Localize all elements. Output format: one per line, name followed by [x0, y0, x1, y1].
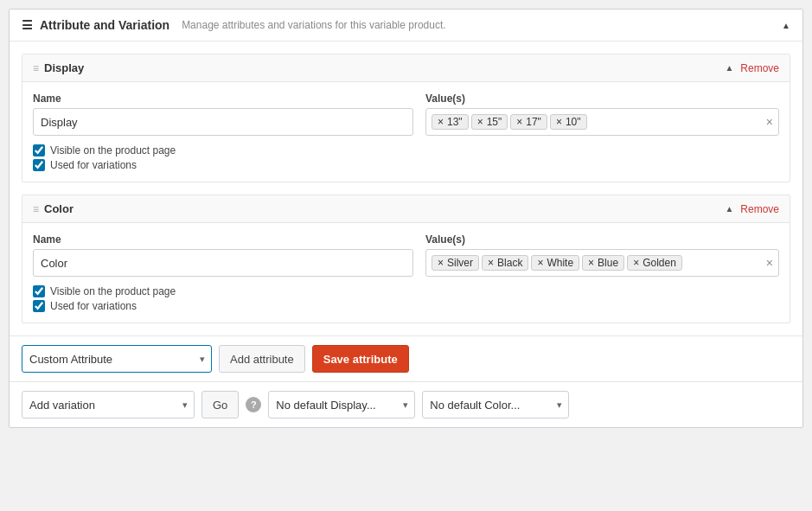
- color-section: ≡ Color ▲ Remove Name Value(s) × Silver …: [22, 195, 790, 323]
- color-drag-icon: ≡: [33, 203, 39, 215]
- display-tags-clear[interactable]: ×: [766, 116, 773, 128]
- display-variations-label: Used for variations: [50, 159, 137, 171]
- display-values-label: Value(s): [425, 93, 779, 105]
- add-attribute-button[interactable]: Add attribute: [219, 345, 305, 373]
- variation-bar: Add variation Add all variations Go ? No…: [10, 381, 802, 427]
- tag-remove-golden[interactable]: ×: [633, 257, 639, 269]
- add-variation-select-wrapper: Add variation Add all variations: [22, 391, 195, 418]
- display-section: ≡ Display ▲ Remove Name Value(s) × 13" ×…: [22, 54, 790, 182]
- tag-blue: × Blue: [582, 255, 624, 271]
- attribute-variation-panel: ☰ Attribute and Variation Manage attribu…: [9, 9, 803, 428]
- tag-silver: × Silver: [432, 255, 479, 271]
- help-icon[interactable]: ?: [246, 397, 261, 412]
- color-section-header-right: ▲ Remove: [725, 203, 779, 215]
- attribute-bottom-bar: Custom Attribute Display Color Add attri…: [10, 335, 802, 381]
- list-icon: ☰: [22, 18, 33, 32]
- tag-remove-black[interactable]: ×: [488, 257, 494, 269]
- panel-collapse-icon[interactable]: ▲: [782, 21, 790, 30]
- display-collapse-icon[interactable]: ▲: [725, 63, 733, 73]
- tag-remove-13[interactable]: ×: [438, 116, 444, 128]
- default-display-wrapper: No default Display...: [268, 391, 415, 418]
- tag-black: × Black: [482, 255, 528, 271]
- color-section-title-group: ≡ Color: [33, 202, 74, 215]
- color-variations-row[interactable]: Used for variations: [33, 300, 779, 312]
- default-color-wrapper: No default Color...: [422, 391, 569, 418]
- tag-remove-17[interactable]: ×: [516, 116, 522, 128]
- display-remove-link[interactable]: Remove: [740, 62, 779, 74]
- add-variation-select[interactable]: Add variation Add all variations: [22, 391, 195, 418]
- color-values-group: Value(s) × Silver × Black × White × Blue…: [425, 233, 779, 277]
- display-visible-label: Visible on the product page: [50, 144, 176, 156]
- panel-header-right: ▲: [782, 21, 790, 30]
- color-section-body: Name Value(s) × Silver × Black × White ×…: [22, 223, 790, 323]
- panel-title: Attribute and Variation: [40, 18, 169, 32]
- tag-golden: × Golden: [627, 255, 682, 271]
- display-section-title-group: ≡ Display: [33, 61, 84, 74]
- color-variations-label: Used for variations: [50, 300, 137, 312]
- color-name-group: Name: [33, 233, 413, 277]
- attribute-select[interactable]: Custom Attribute Display Color: [22, 345, 212, 373]
- display-section-header-right: ▲ Remove: [725, 62, 779, 74]
- color-section-header: ≡ Color ▲ Remove: [22, 195, 790, 223]
- tag-white: × White: [531, 255, 579, 271]
- save-attribute-button[interactable]: Save attribute: [312, 345, 409, 373]
- tag-15: × 15": [471, 114, 508, 130]
- tag-remove-silver[interactable]: ×: [438, 257, 444, 269]
- tag-remove-white[interactable]: ×: [537, 257, 543, 269]
- go-button[interactable]: Go: [201, 391, 239, 418]
- color-remove-link[interactable]: Remove: [740, 203, 779, 215]
- display-name-group: Name: [33, 93, 413, 136]
- display-variations-checkbox[interactable]: [33, 159, 45, 171]
- display-visible-checkbox[interactable]: [33, 144, 45, 156]
- display-visible-row[interactable]: Visible on the product page: [33, 144, 779, 156]
- tag-remove-blue[interactable]: ×: [588, 257, 594, 269]
- color-section-title: Color: [44, 202, 74, 215]
- display-name-input[interactable]: [33, 108, 413, 136]
- color-checkboxes: Visible on the product page Used for var…: [33, 285, 779, 312]
- display-fields-row: Name Value(s) × 13" × 15" × 17" × 10" ×: [33, 93, 779, 136]
- panel-title-group: ☰ Attribute and Variation Manage attribu…: [22, 18, 446, 32]
- color-values-label: Value(s): [425, 233, 779, 246]
- panel-header: ☰ Attribute and Variation Manage attribu…: [10, 10, 802, 42]
- display-section-title: Display: [44, 61, 84, 74]
- color-tags-clear[interactable]: ×: [766, 257, 773, 269]
- color-visible-label: Visible on the product page: [50, 285, 176, 297]
- attribute-select-wrapper: Custom Attribute Display Color: [22, 345, 212, 373]
- color-collapse-icon[interactable]: ▲: [725, 204, 733, 214]
- display-drag-icon: ≡: [33, 62, 39, 74]
- color-tags-input[interactable]: × Silver × Black × White × Blue × Golden…: [425, 249, 779, 277]
- tag-remove-10[interactable]: ×: [556, 116, 562, 128]
- color-visible-checkbox[interactable]: [33, 285, 45, 297]
- default-display-select[interactable]: No default Display...: [268, 391, 415, 418]
- color-visible-row[interactable]: Visible on the product page: [33, 285, 779, 297]
- tag-17: × 17": [510, 114, 547, 130]
- display-tags-input[interactable]: × 13" × 15" × 17" × 10" ×: [425, 108, 779, 136]
- display-checkboxes: Visible on the product page Used for var…: [33, 144, 779, 171]
- display-values-group: Value(s) × 13" × 15" × 17" × 10" ×: [425, 93, 779, 136]
- tag-10: × 10": [550, 114, 587, 130]
- display-section-body: Name Value(s) × 13" × 15" × 17" × 10" ×: [22, 82, 790, 182]
- tag-13: × 13": [432, 114, 469, 130]
- color-fields-row: Name Value(s) × Silver × Black × White ×…: [33, 233, 779, 277]
- default-color-select[interactable]: No default Color...: [422, 391, 569, 418]
- color-name-label: Name: [33, 233, 413, 246]
- display-name-label: Name: [33, 93, 413, 105]
- display-variations-row[interactable]: Used for variations: [33, 159, 779, 171]
- color-name-input[interactable]: [33, 249, 413, 277]
- tag-remove-15[interactable]: ×: [477, 116, 483, 128]
- display-section-header: ≡ Display ▲ Remove: [22, 54, 790, 82]
- panel-subtitle: Manage attributes and variations for thi…: [182, 19, 446, 31]
- color-variations-checkbox[interactable]: [33, 300, 45, 312]
